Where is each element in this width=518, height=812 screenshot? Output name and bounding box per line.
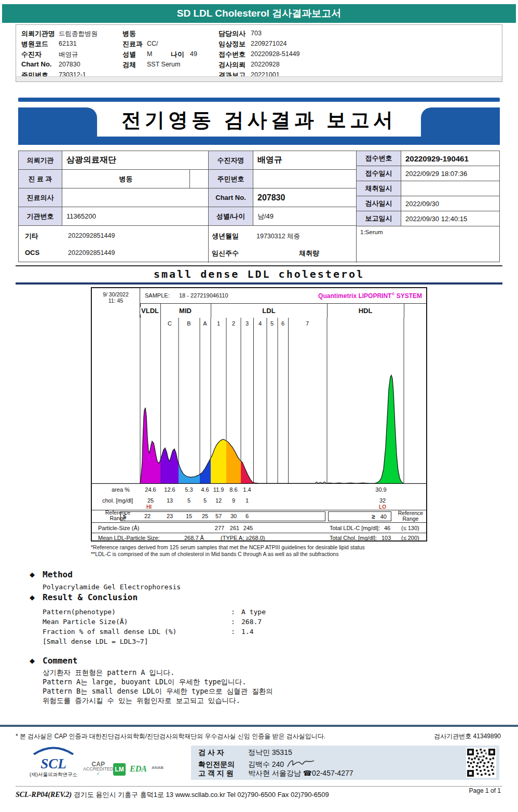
total-chol-ref: (≤ 200) [401, 535, 419, 541]
info-label: 수진자명 [209, 151, 253, 170]
flag-lo: LO [379, 504, 386, 510]
info-value-empty [190, 170, 208, 188]
scl-wordmark: SCL [25, 757, 82, 770]
header-divider [140, 303, 426, 304]
method-heading: Method [43, 570, 73, 579]
sign-value: 김백수 240 [248, 760, 284, 768]
total-ldl-value: 46 [384, 525, 390, 531]
title-rule-top [16, 265, 502, 266]
ref-value: 25 [202, 513, 208, 519]
info-value [401, 181, 499, 196]
subband-label: 4 [257, 320, 263, 327]
info-label: 진 료 과 [19, 170, 62, 188]
subband-label: A [201, 320, 208, 327]
footer-thin-rule [16, 786, 502, 787]
info-label: 채취일시 [357, 181, 401, 196]
run-datetime: 9/ 30/2022 11: 45 [92, 288, 140, 318]
info-label: 생년월일 [212, 232, 239, 241]
info-value: 2022/09/30 12:40:15 [401, 211, 499, 226]
flag-hi: HI [146, 504, 152, 510]
patient-value: M [147, 50, 152, 58]
info-label: Chart No. [209, 188, 253, 207]
total-chol-label: Total Chol. [mg/dl]: [330, 535, 377, 541]
patient-value: 207830 [59, 61, 80, 68]
brand-suffix: SYSTEM [397, 292, 422, 300]
signature-icon [286, 759, 316, 769]
info-label: 보고일시 [357, 211, 401, 226]
area-value: 8.6 [229, 486, 237, 493]
sign-label: 확인전문의 [198, 760, 246, 769]
sample-label: SAMPLE: [145, 292, 170, 299]
range-word: Range [394, 516, 427, 522]
ref-value: 40 [380, 513, 387, 520]
result-name: Pattern(phenotype) [43, 608, 116, 616]
patient-value: 62131 [59, 40, 77, 47]
particle-size: 277 [215, 525, 224, 531]
report-title-bar: SD LDL Cholesterol 검사결과보고서 [2, 4, 516, 23]
lipoprint-chart: 9/ 30/2022 11: 45 SAMPLE: 18 - 227219046… [91, 287, 427, 542]
row-label-chol: chol. [mg/dl] [102, 497, 133, 504]
particle-size: 261 [230, 525, 239, 531]
row-label-particle: Particle-Size (Å) [98, 525, 139, 531]
patient-label: Chart No. [21, 60, 52, 68]
patient-label: 담당의사 [219, 29, 246, 38]
ref-value: 30 [230, 513, 237, 519]
box-footer-strip [16, 76, 502, 82]
chol-value: 13 [167, 497, 173, 504]
patient-value: 20220928-51449 [251, 50, 300, 58]
scl-org-name: (재)서울의과학연구소 [25, 772, 82, 778]
banner-right-block [421, 107, 500, 137]
ref-range-box-hdl: ≥ 40 [328, 511, 391, 521]
electrophoresis-curve [92, 318, 426, 484]
chol-value: 12 [215, 497, 222, 504]
group-label-mid: MID [178, 307, 193, 315]
patient-label: 성별 [122, 50, 136, 59]
patient-label: 수진자 [21, 50, 42, 59]
banner-bottom-bar [18, 137, 500, 145]
footer-address-line: SCL-RP04(REV.2) 경기도 용인시 기흥구 흥덕1로 13 www.… [16, 790, 329, 800]
lab-address: 경기도 용인시 기흥구 흥덕1로 13 www.scllab.co.kr Tel… [74, 791, 329, 799]
doc-code: SCL-RP04(REV.2) [16, 791, 72, 799]
info-label: 성별/나이 [209, 207, 253, 226]
subband-label: 3 [244, 320, 250, 327]
diamond-icon: ◆ [30, 657, 35, 665]
info-value: 남/49 [253, 207, 356, 226]
sample-id: 18 - 227219046110 [179, 292, 228, 299]
info-label: 검사일시 [357, 196, 401, 211]
area-value: 30.9 [375, 486, 386, 493]
colon: : [231, 628, 235, 635]
group-label-hdl: HDL [358, 307, 374, 315]
info-label: OCS [25, 249, 39, 256]
row-divider [92, 522, 426, 523]
result-name: Mean Particle Size(Å) [43, 618, 128, 626]
serum-note: 1:Serum [360, 229, 383, 235]
lim-logo: LM [113, 763, 126, 776]
gte-icon: ≥ [372, 513, 375, 520]
patient-value: 20220928 [251, 61, 280, 68]
cap-check-icon: ✓ [83, 772, 114, 776]
banner-top-bar [18, 98, 500, 102]
info-value: 채취량 [299, 249, 319, 258]
ref-value: 57 [215, 513, 222, 519]
org-number-value: 41349890 [473, 733, 501, 740]
scl-logo: SCL (재)서울의과학연구소 [25, 747, 82, 778]
result-value: A type [241, 608, 266, 616]
result-value: 1.4 [241, 628, 253, 635]
ref-value: 22 [144, 513, 151, 519]
info-value: 20220929-190461 [401, 151, 499, 166]
patient-label: 임상정보 [219, 39, 246, 49]
chol-value: 5 [187, 497, 190, 504]
patient-label: 나이 [171, 50, 184, 59]
subband-label: 5 [269, 320, 275, 327]
subband-label: 1 [215, 320, 222, 327]
info-value: 11365200 [62, 207, 208, 226]
ref-range-label-right: Reference Range [394, 510, 427, 522]
footnote-1: *Reference ranges derived from 125 serum… [91, 544, 365, 550]
report-page: SD LDL Cholesterol 검사결과보고서 의뢰기관명 드림종합병원 … [0, 0, 518, 812]
patient-label: 의뢰기관명 [21, 29, 55, 38]
patient-label: 병원코드 [21, 39, 48, 49]
info-label: 진료의사 [19, 188, 62, 207]
area-value: 24.6 [145, 486, 156, 493]
run-time: 11: 45 [92, 297, 140, 304]
ref-value: 23 [167, 513, 173, 519]
